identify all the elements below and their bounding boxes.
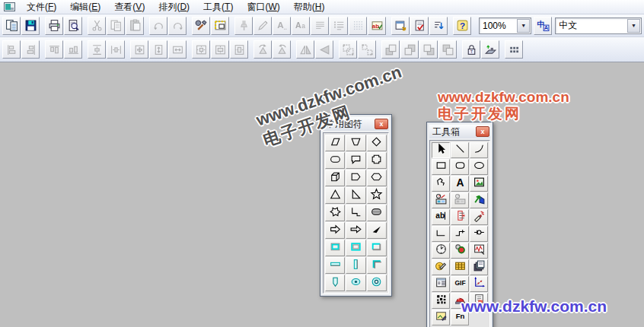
import-shape-tool[interactable] — [470, 192, 488, 208]
menu-item-h[interactable]: 帮助(H) — [287, 1, 332, 14]
align-right-button[interactable] — [21, 40, 40, 59]
arrow-outline-tool[interactable] — [325, 222, 345, 239]
stadium-tool[interactable] — [325, 152, 345, 169]
grid-panel-button[interactable] — [505, 40, 523, 59]
menu-item-e[interactable]: 编辑(E) — [63, 1, 107, 14]
size-horizontal-button[interactable] — [168, 40, 187, 59]
format-painter-button[interactable] — [234, 17, 253, 35]
scope-tool[interactable] — [470, 243, 488, 259]
send-to-back-button[interactable] — [400, 40, 419, 59]
check-button[interactable] — [410, 17, 429, 35]
language-combo-arrow-icon[interactable]: ▼ — [627, 19, 640, 33]
pointer-tool[interactable] — [432, 142, 450, 158]
bring-to-front-button[interactable] — [381, 40, 400, 59]
text-tool[interactable]: A — [451, 176, 469, 192]
report-tool[interactable] — [470, 293, 488, 309]
frame-3d-b-tool[interactable] — [346, 240, 365, 256]
text-style-button[interactable]: A — [273, 17, 291, 35]
step-line-tool[interactable] — [451, 226, 469, 242]
plaque-tool[interactable] — [367, 152, 387, 169]
pentagon-arrow-tool[interactable] — [346, 170, 365, 186]
panel-vertical-tool[interactable] — [346, 257, 365, 274]
send-backward-button[interactable] — [438, 40, 457, 59]
panel-corner-tool[interactable] — [367, 257, 387, 274]
menu-item-f[interactable]: 文件(F) — [20, 1, 63, 14]
zoom-combo-arrow-icon[interactable]: ▼ — [517, 19, 530, 33]
rotate-right-button[interactable] — [273, 40, 291, 59]
zoom-combobox[interactable]: 100% ▼ — [479, 17, 531, 34]
cylinder-tool[interactable] — [367, 205, 387, 221]
spelling-button[interactable]: ab — [368, 17, 386, 35]
line-tool[interactable] — [451, 142, 469, 158]
frame-3d-c-tool[interactable] — [367, 240, 387, 256]
tools-button[interactable] — [192, 17, 210, 35]
switch-tool[interactable] — [470, 226, 488, 242]
function-tool[interactable]: Fn — [451, 310, 469, 325]
slider-tool[interactable] — [451, 209, 469, 225]
menu-item-w[interactable]: 窗口(W) — [240, 1, 286, 14]
cube-tool[interactable] — [325, 170, 345, 186]
gif-tool[interactable]: GIF — [451, 276, 469, 292]
axis-chart-tool[interactable] — [470, 276, 488, 292]
form-tool[interactable] — [432, 276, 450, 292]
align-top-button[interactable] — [45, 40, 63, 59]
grid-toggle-button[interactable] — [349, 17, 367, 35]
group-button[interactable] — [339, 40, 357, 59]
freeform-tool[interactable] — [432, 176, 450, 192]
pencil-edit-button[interactable] — [253, 17, 272, 35]
center-vertical-button[interactable] — [230, 40, 248, 59]
menu-item-t[interactable]: 工具(T) — [196, 1, 240, 14]
undo-button[interactable] — [149, 17, 167, 35]
flatten-button[interactable] — [481, 40, 499, 59]
parallelogram-tool[interactable] — [325, 135, 345, 151]
print-button[interactable] — [45, 17, 63, 35]
elbow-line-tool[interactable] — [346, 205, 365, 221]
donut-tool[interactable] — [367, 275, 387, 291]
corner-line-tool[interactable] — [432, 226, 450, 242]
ellipse-dot-tool[interactable] — [346, 275, 365, 291]
coin-pen-tool[interactable]: $ — [432, 259, 450, 275]
paste-button[interactable] — [126, 17, 144, 35]
draw-picture-tool[interactable] — [432, 310, 450, 325]
gauge-tool[interactable] — [432, 243, 450, 259]
alarm-tool[interactable] — [451, 293, 469, 309]
disk-stack-tool[interactable] — [470, 259, 488, 275]
properties-button[interactable] — [391, 17, 410, 35]
star-tool[interactable] — [367, 187, 387, 204]
redo-button[interactable] — [168, 17, 187, 35]
burst-tool[interactable] — [325, 205, 345, 221]
marker-pen-tool[interactable] — [470, 209, 488, 225]
space-horizontal-button[interactable] — [107, 40, 125, 59]
device-panel-tool[interactable] — [432, 192, 450, 208]
trapezoid-tool[interactable] — [346, 135, 365, 151]
triangle-tool[interactable] — [325, 187, 345, 204]
language-combobox[interactable]: 中文 ▼ — [555, 17, 642, 34]
space-vertical-button[interactable] — [88, 40, 106, 59]
picture-tool[interactable] — [470, 176, 488, 192]
ungroup-button[interactable] — [358, 40, 376, 59]
toolbox-titlebar[interactable]: 工具箱 x — [429, 125, 490, 138]
rotate-left-button[interactable] — [253, 40, 272, 59]
lock-button[interactable]: T — [462, 40, 480, 59]
flip-horizontal-button[interactable] — [296, 40, 314, 59]
device-panel-gray-tool[interactable] — [451, 192, 469, 208]
align-bottom-button[interactable] — [64, 40, 82, 59]
textbox-tool[interactable]: ab — [432, 209, 450, 225]
panel-horizontal-tool[interactable] — [325, 257, 345, 274]
print-preview-button[interactable] — [64, 17, 82, 35]
common-symbols-close-button[interactable]: x — [375, 119, 388, 129]
help-button[interactable]: ? — [453, 17, 471, 35]
page-frame-button[interactable] — [211, 17, 229, 35]
lang-switch-button[interactable]: 中A — [534, 17, 552, 35]
led-tool[interactable] — [451, 243, 469, 259]
copy-button[interactable] — [107, 17, 125, 35]
rounded-rectangle-tool[interactable] — [451, 159, 469, 175]
flip-vertical-button[interactable] — [315, 40, 333, 59]
list-style-button[interactable] — [330, 17, 348, 35]
right-triangle-tool[interactable] — [346, 187, 365, 204]
shield-tool[interactable] — [325, 275, 345, 291]
sort-button[interactable] — [429, 17, 448, 35]
align-left-button[interactable] — [2, 40, 21, 59]
center-horizontal-button[interactable] — [211, 40, 229, 59]
diamond-tool[interactable] — [367, 135, 387, 151]
